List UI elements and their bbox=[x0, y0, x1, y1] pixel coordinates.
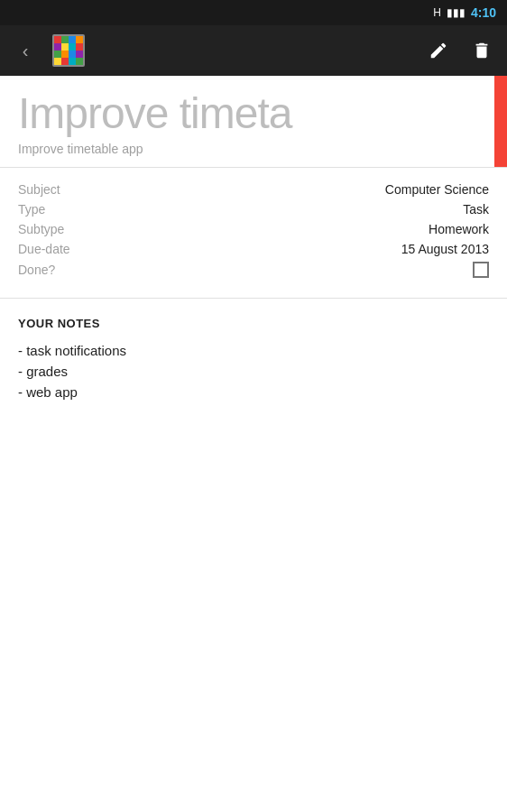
edit-button[interactable] bbox=[420, 32, 456, 69]
type-label: Type bbox=[18, 202, 45, 217]
subtype-label: Subtype bbox=[18, 222, 64, 236]
task-subtitle: Improve timetable app bbox=[18, 142, 489, 156]
details-section: Subject Computer Science Type Task Subty… bbox=[0, 168, 507, 299]
action-bar: ‹ bbox=[0, 25, 507, 76]
notes-section: YOUR NOTES - task notifications- grades-… bbox=[0, 299, 507, 423]
duedate-value: 15 August 2013 bbox=[401, 242, 489, 256]
notes-header: YOUR NOTES bbox=[18, 317, 489, 330]
app-logo bbox=[52, 34, 85, 67]
duedate-label: Due-date bbox=[18, 242, 70, 256]
app-logo-button[interactable] bbox=[51, 32, 87, 69]
main-content: Improve timeta Improve timetable app Sub… bbox=[0, 76, 507, 812]
delete-button[interactable] bbox=[464, 32, 500, 69]
back-button[interactable]: ‹ bbox=[7, 32, 43, 69]
type-value: Task bbox=[463, 202, 489, 217]
trash-icon bbox=[472, 41, 492, 60]
duedate-row: Due-date 15 August 2013 bbox=[18, 242, 489, 256]
title-accent bbox=[494, 76, 507, 167]
note-line: - web app bbox=[18, 384, 489, 400]
back-arrow-icon: ‹ bbox=[15, 33, 36, 69]
battery-icon: ▮▮▮ bbox=[447, 6, 466, 19]
subtype-value: Homework bbox=[429, 222, 489, 236]
type-row: Type Task bbox=[18, 202, 489, 217]
status-bar: H ▮▮▮ 4:10 bbox=[0, 0, 507, 25]
subject-row: Subject Computer Science bbox=[18, 182, 489, 197]
status-time: 4:10 bbox=[471, 5, 496, 20]
note-line: - task notifications bbox=[18, 343, 489, 358]
task-title-large: Improve timeta bbox=[18, 90, 489, 138]
done-label: Done? bbox=[18, 263, 55, 277]
title-section: Improve timeta Improve timetable app bbox=[0, 76, 507, 168]
subject-value: Computer Science bbox=[385, 182, 489, 197]
signal-icon: H bbox=[433, 6, 441, 19]
subtype-row: Subtype Homework bbox=[18, 222, 489, 236]
notes-lines: - task notifications- grades- web app bbox=[18, 343, 489, 400]
done-row: Done? bbox=[18, 262, 489, 278]
subject-label: Subject bbox=[18, 182, 60, 197]
done-checkbox[interactable] bbox=[473, 262, 489, 278]
note-line: - grades bbox=[18, 364, 489, 379]
pencil-icon bbox=[429, 41, 448, 60]
